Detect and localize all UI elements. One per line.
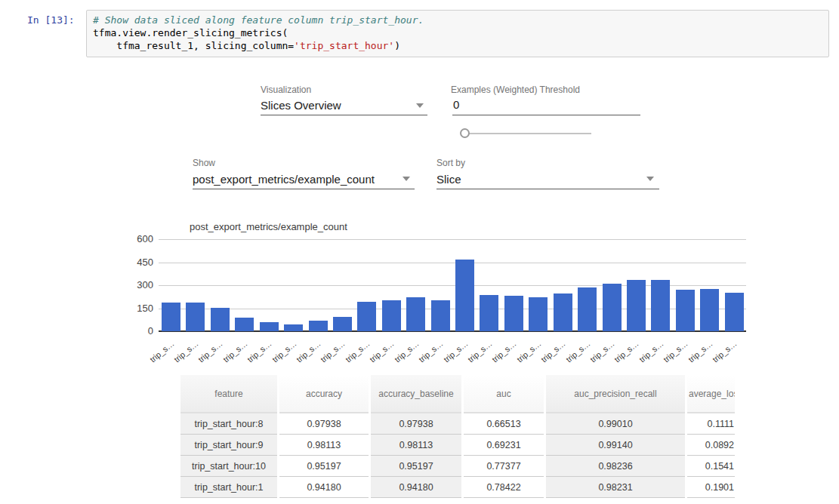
gridline bbox=[159, 239, 746, 240]
threshold-slider-track[interactable] bbox=[462, 133, 591, 134]
column-header-feature[interactable]: feature bbox=[180, 375, 277, 413]
code-line-2: tfma.view.render_slicing_metrics( bbox=[93, 26, 822, 39]
notebook-page: In [13]: # Show data sliced along featur… bbox=[0, 0, 839, 504]
metric-cell: 0.94180 bbox=[279, 477, 369, 498]
bar[interactable] bbox=[309, 321, 328, 331]
y-axis-tick-label: 300 bbox=[116, 279, 153, 290]
metric-cell: 0.1901 bbox=[687, 477, 735, 498]
table-row: trip_start_hour:100.951970.951970.773770… bbox=[180, 456, 735, 477]
visualization-label: Visualization bbox=[261, 85, 311, 95]
code-comment-line: # Show data sliced along feature column … bbox=[93, 14, 822, 26]
show-metric-dropdown[interactable]: post_export_metrics/example_count bbox=[193, 173, 375, 186]
table-body: trip_start_hour:80.979380.979380.665130.… bbox=[180, 413, 735, 498]
bar[interactable] bbox=[211, 308, 230, 331]
gridline bbox=[159, 263, 746, 263]
metric-cell: 0.69231 bbox=[464, 435, 544, 456]
bar[interactable] bbox=[578, 287, 597, 331]
legend-label: post_export_metrics/example_count bbox=[190, 221, 347, 232]
feature-cell: trip_start_hour:10 bbox=[180, 456, 277, 477]
metrics-table-container[interactable]: featureaccuracyaccuracy_baselineaucauc_p… bbox=[178, 375, 735, 504]
y-axis-tick-label: 150 bbox=[116, 303, 153, 314]
chevron-down-icon[interactable] bbox=[646, 177, 654, 181]
threshold-underline bbox=[452, 115, 640, 115]
show-label: Show bbox=[193, 158, 215, 168]
metric-cell: 0.98236 bbox=[546, 456, 685, 477]
show-underline bbox=[193, 189, 415, 189]
visualization-dropdown[interactable]: Slices Overview bbox=[261, 99, 341, 112]
chevron-down-icon[interactable] bbox=[416, 103, 424, 108]
bar[interactable] bbox=[162, 303, 180, 331]
bar[interactable] bbox=[676, 290, 695, 331]
column-header-auc[interactable]: auc bbox=[464, 375, 544, 413]
metric-cell: 0.98113 bbox=[371, 435, 461, 456]
chevron-down-icon[interactable] bbox=[403, 177, 410, 181]
table-row: trip_start_hour:10.941800.941800.784220.… bbox=[180, 477, 735, 498]
metric-cell: 0.95197 bbox=[371, 456, 461, 477]
code-cell-editor[interactable]: # Show data sliced along feature column … bbox=[86, 10, 829, 57]
metric-cell: 0.99010 bbox=[546, 413, 685, 435]
table-header-row: featureaccuracyaccuracy_baselineaucauc_p… bbox=[180, 375, 735, 413]
metric-cell: 0.95197 bbox=[279, 456, 369, 477]
bar-chart-plot-area bbox=[159, 239, 746, 331]
threshold-label: Examples (Weighted) Threshold bbox=[451, 85, 580, 95]
table-row: trip_start_hour:90.981130.981130.692310.… bbox=[180, 435, 735, 456]
visualization-underline bbox=[261, 115, 427, 115]
code-line-3: tfma_result_1, slicing_column='trip_star… bbox=[93, 39, 822, 52]
sort-underline bbox=[436, 189, 659, 189]
feature-cell: trip_start_hour:9 bbox=[180, 435, 277, 456]
metric-cell: 0.94180 bbox=[371, 477, 461, 498]
metric-cell: 0.97938 bbox=[371, 413, 461, 435]
threshold-input[interactable]: 0 bbox=[453, 98, 459, 111]
sort-by-label: Sort by bbox=[436, 158, 465, 168]
column-header-average_loss[interactable]: average_loss bbox=[687, 375, 735, 413]
bar[interactable] bbox=[504, 296, 523, 331]
bar[interactable] bbox=[700, 289, 719, 331]
threshold-slider-handle[interactable] bbox=[460, 128, 470, 138]
bar[interactable] bbox=[725, 293, 744, 331]
y-axis-tick-label: 600 bbox=[116, 233, 153, 244]
legend-color-swatch bbox=[165, 223, 185, 232]
column-header-accuracy[interactable]: accuracy bbox=[279, 375, 369, 413]
metric-cell: 0.98113 bbox=[279, 435, 369, 456]
bar[interactable] bbox=[529, 297, 548, 331]
bar[interactable] bbox=[260, 322, 279, 331]
column-header-auc_precision_recall[interactable]: auc_precision_recall bbox=[546, 375, 685, 413]
metric-cell: 0.1111 bbox=[687, 413, 735, 435]
metric-cell: 0.98231 bbox=[546, 477, 685, 498]
bar[interactable] bbox=[455, 260, 474, 331]
sort-by-dropdown[interactable]: Slice bbox=[436, 173, 461, 186]
bar[interactable] bbox=[382, 300, 401, 331]
bar[interactable] bbox=[357, 302, 376, 331]
bar[interactable] bbox=[186, 303, 205, 331]
bar[interactable] bbox=[284, 324, 303, 331]
metric-cell: 0.97938 bbox=[279, 413, 369, 435]
bar[interactable] bbox=[431, 300, 450, 331]
bar[interactable] bbox=[554, 293, 572, 331]
metrics-table: featureaccuracyaccuracy_baselineaucauc_p… bbox=[178, 375, 735, 498]
cell-input-prompt: In [13]: bbox=[27, 14, 75, 26]
metric-cell: 0.78422 bbox=[464, 477, 544, 498]
bar[interactable] bbox=[603, 284, 622, 331]
metric-cell: 0.99140 bbox=[546, 435, 685, 456]
feature-cell: trip_start_hour:8 bbox=[180, 413, 277, 435]
metric-cell: 0.0892 bbox=[687, 435, 735, 456]
feature-cell: trip_start_hour:1 bbox=[180, 477, 277, 498]
bar[interactable] bbox=[333, 317, 352, 331]
bar[interactable] bbox=[480, 295, 498, 331]
column-header-accuracy_baseline[interactable]: accuracy_baseline bbox=[371, 375, 461, 413]
y-axis-tick-label: 0 bbox=[116, 325, 153, 337]
metric-cell: 0.66513 bbox=[464, 413, 544, 435]
metric-cell: 0.1541 bbox=[687, 456, 735, 477]
bar[interactable] bbox=[627, 280, 646, 331]
bar[interactable] bbox=[651, 280, 670, 331]
x-axis-tick-label: trip_s… bbox=[692, 339, 739, 380]
y-axis-tick-label: 450 bbox=[116, 257, 153, 268]
metric-cell: 0.77377 bbox=[464, 456, 544, 477]
table-row: trip_start_hour:80.979380.979380.665130.… bbox=[180, 413, 735, 435]
bar[interactable] bbox=[406, 297, 425, 331]
bar[interactable] bbox=[235, 318, 254, 331]
